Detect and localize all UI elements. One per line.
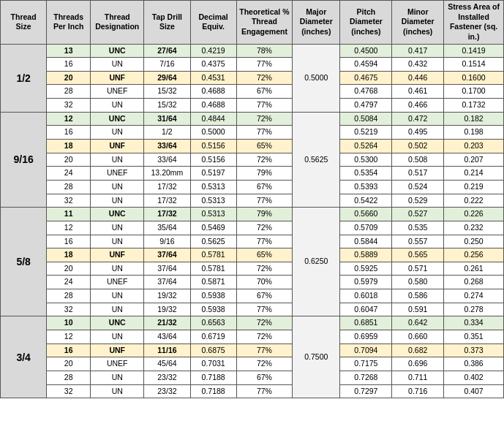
size-label: 9/16 (1, 112, 47, 207)
pct-cell: 72% (236, 153, 292, 167)
pitch-dia-cell: 0.6851 (340, 316, 392, 330)
designation-cell: UNEF (91, 167, 144, 181)
tpi-cell: 32 (47, 99, 91, 113)
header-tpi: Threads Per Inch (47, 1, 91, 45)
tpi-cell: 10 (47, 316, 91, 330)
minor-dia-cell: 0.529 (392, 194, 444, 208)
decimal-cell: 0.5313 (190, 194, 236, 208)
table-row: 24UNEF37/640.587170%0.59790.5800.268 (1, 276, 504, 289)
tap-drill-cell: 27/64 (144, 44, 190, 58)
stress-area-cell: 0.226 (444, 208, 504, 221)
minor-dia-cell: 0.586 (392, 289, 444, 303)
pitch-dia-cell: 0.5354 (340, 167, 392, 181)
stress-area-cell: 0.207 (444, 153, 504, 167)
pct-cell: 77% (236, 235, 292, 248)
header-thread-size: Thread Size (1, 1, 47, 45)
stress-area-cell: 0.334 (444, 316, 504, 330)
stress-area-cell: 0.222 (444, 194, 504, 208)
tap-drill-cell: 33/64 (144, 153, 190, 167)
pitch-dia-cell: 0.6018 (340, 289, 392, 303)
designation-cell: UNC (91, 208, 144, 221)
tap-drill-cell: 33/64 (144, 140, 190, 153)
designation-cell: UN (91, 180, 144, 194)
table-row: 28UN23/320.718867%0.72680.7110.402 (1, 371, 504, 384)
designation-cell: UN (91, 262, 144, 276)
pitch-dia-cell: 0.4797 (340, 99, 392, 113)
designation-cell: UNF (91, 248, 144, 262)
pitch-dia-cell: 0.5422 (340, 194, 392, 208)
minor-dia-cell: 0.502 (392, 140, 444, 153)
tap-drill-cell: 37/64 (144, 248, 190, 262)
decimal-cell: 0.5469 (190, 221, 236, 235)
minor-dia-cell: 0.461 (392, 85, 444, 99)
decimal-cell: 0.5156 (190, 140, 236, 153)
thread-table: Thread Size Threads Per Inch Thread Desi… (0, 0, 504, 398)
designation-cell: UN (91, 289, 144, 303)
tpi-cell: 16 (47, 343, 91, 357)
pitch-dia-cell: 0.7094 (340, 343, 392, 357)
designation-cell: UN (91, 235, 144, 248)
designation-cell: UNF (91, 140, 144, 153)
major-dia-cell: 0.7500 (293, 316, 340, 398)
decimal-cell: 0.5625 (190, 235, 236, 248)
tpi-cell: 16 (47, 235, 91, 248)
designation-cell: UN (91, 99, 144, 113)
tpi-cell: 20 (47, 262, 91, 276)
stress-area-cell: 0.232 (444, 221, 504, 235)
pct-cell: 72% (236, 316, 292, 330)
tap-drill-cell: 43/64 (144, 330, 190, 344)
designation-cell: UN (91, 153, 144, 167)
table-row: 16UNF11/160.687577%0.70940.6820.373 (1, 343, 504, 357)
pitch-dia-cell: 0.4500 (340, 44, 392, 58)
tpi-cell: 11 (47, 208, 91, 221)
table-row: 32UN15/320.468877%0.47970.4660.1732 (1, 99, 504, 113)
pct-cell: 72% (236, 221, 292, 235)
major-dia-cell: 0.6250 (293, 208, 340, 316)
designation-cell: UNF (91, 343, 144, 357)
table-row: 32UN23/320.718877%0.72970.7160.407 (1, 384, 504, 398)
decimal-cell: 0.7031 (190, 357, 236, 371)
stress-area-cell: 0.386 (444, 357, 504, 371)
designation-cell: UN (91, 126, 144, 140)
pitch-dia-cell: 0.5393 (340, 180, 392, 194)
decimal-cell: 0.4375 (190, 58, 236, 72)
table-row: 28UN19/320.593867%0.60180.5860.274 (1, 289, 504, 303)
tpi-cell: 28 (47, 180, 91, 194)
table-row: 3/410UNC21/320.656372%0.75000.68510.6420… (1, 316, 504, 330)
tpi-cell: 24 (47, 276, 91, 289)
header-minor-dia: Minor Diameter (inches) (392, 1, 444, 45)
tap-drill-cell: 21/32 (144, 316, 190, 330)
pitch-dia-cell: 0.5084 (340, 112, 392, 126)
pct-cell: 72% (236, 357, 292, 371)
size-label: 3/4 (1, 316, 47, 398)
tpi-cell: 13 (47, 44, 91, 58)
pct-cell: 65% (236, 140, 292, 153)
stress-area-cell: 0.250 (444, 235, 504, 248)
minor-dia-cell: 0.466 (392, 99, 444, 113)
pct-cell: 70% (236, 276, 292, 289)
designation-cell: UNC (91, 316, 144, 330)
tap-drill-cell: 31/64 (144, 112, 190, 126)
stress-area-cell: 0.256 (444, 248, 504, 262)
stress-area-cell: 0.198 (444, 126, 504, 140)
tap-drill-cell: 37/64 (144, 262, 190, 276)
pitch-dia-cell: 0.5264 (340, 140, 392, 153)
tpi-cell: 28 (47, 289, 91, 303)
stress-area-cell: 0.1600 (444, 71, 504, 85)
pct-cell: 77% (236, 126, 292, 140)
tpi-cell: 18 (47, 248, 91, 262)
decimal-cell: 0.5938 (190, 303, 236, 316)
major-dia-cell: 0.5000 (293, 44, 340, 112)
table-row: 28UN17/320.531367%0.53930.5240.219 (1, 180, 504, 194)
tpi-cell: 12 (47, 330, 91, 344)
minor-dia-cell: 0.716 (392, 384, 444, 398)
designation-cell: UN (91, 194, 144, 208)
decimal-cell: 0.5781 (190, 262, 236, 276)
pct-cell: 72% (236, 71, 292, 85)
tpi-cell: 16 (47, 126, 91, 140)
minor-dia-cell: 0.660 (392, 330, 444, 344)
decimal-cell: 0.6875 (190, 343, 236, 357)
tap-drill-cell: 19/32 (144, 303, 190, 316)
pitch-dia-cell: 0.5925 (340, 262, 392, 276)
table-row: 24UNEF13.20mm0.519779%0.53540.5170.214 (1, 167, 504, 181)
